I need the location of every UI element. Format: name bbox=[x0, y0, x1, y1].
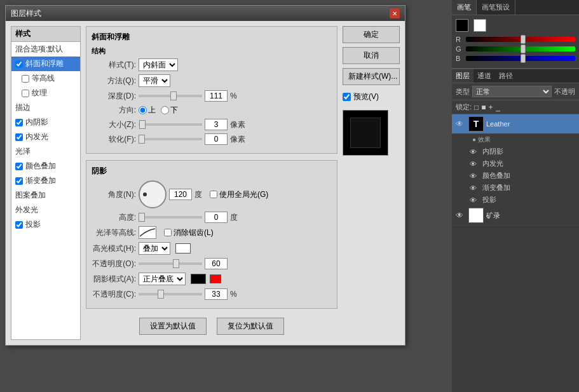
effect-color-overlay-eye[interactable]: 👁 bbox=[470, 172, 480, 180]
effect-inner-glow-eye[interactable]: 👁 bbox=[470, 160, 480, 168]
contour-checkbox[interactable] bbox=[22, 75, 29, 83]
drop-shadow-checkbox[interactable] bbox=[15, 221, 23, 229]
drop-shadow-label: 投影 bbox=[25, 219, 41, 230]
ok-button[interactable]: 确定 bbox=[343, 26, 400, 43]
r-slider-track[interactable] bbox=[466, 37, 575, 42]
channels-tab[interactable]: 通道 bbox=[473, 69, 495, 83]
bevel-checkbox[interactable] bbox=[15, 60, 23, 68]
method-select[interactable]: 平滑 bbox=[139, 74, 170, 87]
highlight-color-swatch[interactable] bbox=[175, 243, 191, 253]
soften-input[interactable]: 0 bbox=[205, 133, 228, 145]
aliased-text: 消除锯齿(L) bbox=[174, 227, 214, 238]
style-select[interactable]: 内斜面 bbox=[139, 58, 178, 71]
reset-default-button[interactable]: 复位为默认值 bbox=[217, 318, 284, 335]
inner-shadow-checkbox[interactable] bbox=[15, 119, 23, 126]
sidebar-item-bevel[interactable]: 斜面和浮雕 bbox=[11, 57, 80, 71]
direction-up-radio[interactable] bbox=[139, 106, 147, 114]
paths-tab[interactable]: 路径 bbox=[495, 69, 517, 83]
set-default-button[interactable]: 设置为默认值 bbox=[139, 318, 207, 335]
depth-slider[interactable] bbox=[139, 95, 202, 97]
opacity2-slider[interactable] bbox=[139, 293, 202, 295]
global-light-label[interactable]: 使用全局光(G) bbox=[210, 189, 268, 200]
lock-position-icon[interactable]: + bbox=[489, 103, 493, 112]
g-slider-track[interactable] bbox=[466, 46, 575, 51]
gloss-curve[interactable] bbox=[139, 226, 156, 239]
sidebar-title: 样式 bbox=[11, 27, 80, 42]
altitude-input[interactable]: 0 bbox=[205, 212, 228, 223]
aliased-checkbox[interactable] bbox=[164, 229, 172, 236]
global-light-checkbox[interactable] bbox=[210, 191, 217, 198]
effect-inner-shadow-label: 内阴影 bbox=[482, 147, 503, 156]
color-brush-preset-tab[interactable]: 画笔预设 bbox=[477, 0, 515, 15]
sidebar-item-drop-shadow[interactable]: 投影 bbox=[11, 217, 80, 232]
shadow-mode-select[interactable]: 正片叠底 bbox=[139, 273, 186, 285]
foreground-color-swatch[interactable] bbox=[456, 19, 468, 32]
direction-down-radio[interactable] bbox=[161, 106, 169, 114]
gloss-row: 光泽等高线: 消除锯齿(L) bbox=[92, 226, 332, 239]
gradient-overlay-checkbox[interactable] bbox=[15, 177, 23, 185]
layers-tab[interactable]: 图层 bbox=[452, 69, 473, 83]
texture-checkbox[interactable] bbox=[22, 90, 29, 97]
cancel-button[interactable]: 取消 bbox=[343, 47, 400, 64]
direction-down-label[interactable]: 下 bbox=[161, 105, 178, 116]
inner-glow-checkbox[interactable] bbox=[15, 133, 23, 141]
size-row: 大小(Z): 3 像素 bbox=[92, 119, 332, 130]
preview-checkbox[interactable] bbox=[343, 93, 351, 101]
layer-bg-eye-icon[interactable]: 👁 bbox=[456, 211, 466, 220]
sidebar-item-contour[interactable]: 等高线 bbox=[11, 71, 80, 86]
soften-label: 软化(F): bbox=[92, 134, 136, 145]
layer-effect-inner-glow[interactable]: 👁 内发光 bbox=[452, 158, 579, 170]
shadow-color-swatch[interactable] bbox=[191, 274, 206, 284]
lock-transparent-icon[interactable]: □ bbox=[474, 103, 479, 112]
angle-input[interactable]: 120 bbox=[169, 189, 192, 200]
soften-slider[interactable] bbox=[139, 138, 202, 140]
opacity2-input[interactable]: 33 bbox=[205, 288, 228, 300]
layer-item-background[interactable]: 👁 矿录 bbox=[452, 206, 579, 226]
sidebar-item-inner-shadow[interactable]: 内阴影 bbox=[11, 115, 80, 130]
new-style-button[interactable]: 新建样式(W)... bbox=[343, 68, 400, 85]
sidebar-item-inner-glow[interactable]: 内发光 bbox=[11, 130, 80, 144]
lock-image-icon[interactable]: ■ bbox=[481, 103, 486, 112]
layer-leather-eye-icon[interactable]: 👁 bbox=[456, 119, 466, 128]
layer-effect-drop-shadow[interactable]: 👁 投影 bbox=[452, 194, 579, 206]
effect-gradient-overlay-eye[interactable]: 👁 bbox=[470, 184, 480, 192]
size-slider[interactable] bbox=[139, 123, 202, 126]
opacity1-input[interactable]: 60 bbox=[205, 258, 228, 269]
layer-effect-color-overlay[interactable]: 👁 颜色叠加 bbox=[452, 170, 579, 182]
depth-input[interactable]: 111 bbox=[205, 90, 228, 102]
layer-item-leather[interactable]: 👁 T Leather bbox=[452, 114, 579, 134]
opacity1-slider[interactable] bbox=[139, 262, 202, 265]
opacity2-row: 不透明度(C): 33 % bbox=[92, 288, 332, 300]
effect-inner-shadow-eye[interactable]: 👁 bbox=[470, 148, 480, 156]
blend-mode-select[interactable]: 正常 bbox=[472, 86, 552, 97]
layer-effect-gradient-overlay[interactable]: 👁 渐变叠加 bbox=[452, 182, 579, 194]
direction-up-label[interactable]: 上 bbox=[139, 105, 156, 116]
sidebar-item-blend[interactable]: 混合选项:默认 bbox=[11, 42, 80, 57]
background-color-swatch[interactable] bbox=[473, 19, 486, 32]
sidebar-item-outer-glow[interactable]: 外发光 bbox=[11, 203, 80, 217]
layer-effect-inner-shadow[interactable]: 👁 内阴影 bbox=[452, 145, 579, 158]
sidebar-item-gradient-overlay[interactable]: 渐变叠加 bbox=[11, 173, 80, 188]
lock-all-icon[interactable]: ⎯ bbox=[496, 103, 500, 112]
type-label: 类型 bbox=[456, 87, 470, 97]
effect-drop-shadow-eye[interactable]: 👁 bbox=[470, 196, 480, 204]
sidebar-item-stroke[interactable]: 描边 bbox=[11, 100, 80, 115]
b-slider-track[interactable] bbox=[466, 56, 575, 61]
layer-effects-label: ● 效果 bbox=[452, 134, 579, 145]
angle-wheel[interactable] bbox=[139, 180, 167, 208]
sidebar-item-pattern-overlay[interactable]: 图案叠加 bbox=[11, 188, 80, 203]
pattern-overlay-label: 图案叠加 bbox=[15, 190, 46, 201]
color-overlay-checkbox[interactable] bbox=[15, 163, 23, 170]
sidebar-item-satin[interactable]: 光泽 bbox=[11, 144, 80, 159]
dialog-close-button[interactable]: ✕ bbox=[390, 8, 400, 18]
sidebar-item-texture[interactable]: 纹理 bbox=[11, 86, 80, 100]
highlight-select[interactable]: 叠加 bbox=[139, 242, 170, 255]
color-brush-tab[interactable]: 画笔 bbox=[452, 0, 477, 15]
dialog-titlebar: 图层样式 ✕ bbox=[6, 6, 405, 21]
aliased-label[interactable]: 消除锯齿(L) bbox=[164, 227, 214, 238]
size-input[interactable]: 3 bbox=[205, 119, 228, 130]
sidebar-item-color-overlay[interactable]: 颜色叠加 bbox=[11, 159, 80, 173]
altitude-slider[interactable] bbox=[139, 216, 202, 219]
effect-color-overlay-label: 颜色叠加 bbox=[482, 171, 510, 180]
bottom-buttons: 设置为默认值 复位为默认值 bbox=[86, 313, 337, 340]
